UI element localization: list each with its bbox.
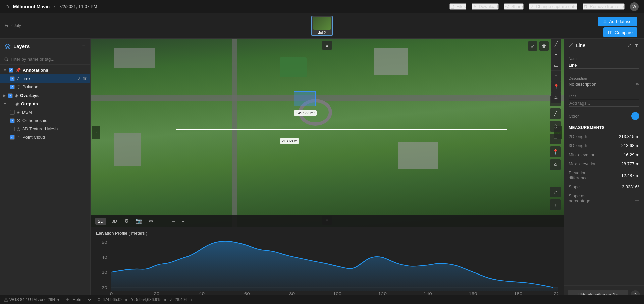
- description-edit-button[interactable]: ✏: [636, 82, 639, 87]
- 3d-textured-mesh-layer-item[interactable]: ◎ 3D Textured Mesh: [0, 125, 90, 133]
- maximize-elevation-button[interactable]: ⤢: [550, 187, 561, 197]
- line-draw-button[interactable]: ╱: [551, 39, 561, 49]
- building-4: [398, 142, 438, 169]
- polygon-tool-button[interactable]: ⬡: [550, 121, 561, 132]
- close-panel-button[interactable]: 🗑: [634, 42, 639, 48]
- remove-from-site-button[interactable]: Remove from site: [583, 3, 625, 10]
- download-icon: [472, 4, 477, 9]
- maximize-panel-button[interactable]: ⤢: [627, 42, 631, 48]
- timeline-card[interactable]: Jul 2: [311, 16, 333, 36]
- point-cloud-checkbox[interactable]: [10, 135, 15, 140]
- home-icon[interactable]: ⌂: [5, 3, 9, 10]
- outputs-label: Outputs: [21, 101, 38, 106]
- files-icon: [450, 4, 455, 9]
- tags-field-label: Tags: [569, 94, 639, 98]
- outputs-checkbox[interactable]: [9, 102, 13, 106]
- change-capture-date-button[interactable]: Change capture date: [529, 3, 577, 10]
- measurements-title: Measurements: [569, 125, 639, 130]
- view-2d-button[interactable]: 2D: [95, 218, 106, 225]
- 3d-mesh-checkbox[interactable]: [10, 127, 15, 131]
- description-row: No description ✏: [569, 82, 639, 88]
- remove-icon: [583, 4, 588, 9]
- elevation-panel: Elevation Profile ( meters ) 50 40 30 20…: [91, 227, 564, 304]
- point-cloud-label: Point Cloud: [22, 135, 87, 140]
- add-layer-button[interactable]: +: [82, 43, 86, 50]
- line-checkbox[interactable]: [10, 76, 15, 81]
- map-prev-button[interactable]: ‹: [92, 126, 100, 139]
- view-3d-button[interactable]: 3D: [109, 218, 120, 225]
- zoom-in-button[interactable]: +: [180, 217, 187, 225]
- share-button[interactable]: Share: [504, 3, 524, 10]
- eye-button[interactable]: 👁: [147, 217, 156, 225]
- annotations-group-header[interactable]: ▼ 📌 Annotations: [0, 66, 90, 74]
- building-1: [114, 48, 155, 68]
- compare-button[interactable]: Compare: [603, 27, 637, 37]
- freehand-button[interactable]: 〰: [551, 49, 561, 60]
- tags-field-group: Tags: [569, 94, 639, 107]
- unit-system-dropdown[interactable]: Metric Imperial: [71, 297, 92, 302]
- orthomosaic-checkbox[interactable]: [10, 118, 15, 123]
- point-cloud-icon: ⁘: [17, 135, 20, 140]
- pin-button[interactable]: 📍: [551, 81, 561, 92]
- orthomosaic-layer-item[interactable]: ✕ Orthomosaic: [0, 116, 90, 125]
- dsm-checkbox[interactable]: [10, 110, 15, 115]
- overlays-checkbox[interactable]: [8, 93, 13, 98]
- map-up-button[interactable]: ▲: [322, 41, 332, 50]
- rect-button[interactable]: ▭: [551, 60, 561, 71]
- dsm-layer-item[interactable]: ◈ DSM: [0, 108, 90, 116]
- files-button[interactable]: Files: [449, 3, 466, 10]
- search-input[interactable]: [11, 57, 86, 62]
- road-horizontal: [91, 95, 564, 101]
- timeline-date: Jul 2: [313, 31, 331, 35]
- elevation-chart: 50 40 30 20 0 20 40 60 80 100 120: [96, 238, 558, 299]
- map-expand-button[interactable]: ⤢: [528, 41, 537, 51]
- zoom-out-button[interactable]: −: [170, 217, 177, 225]
- avatar[interactable]: W: [630, 2, 639, 11]
- point-cloud-layer-item[interactable]: ⁘ Point Cloud: [0, 133, 90, 141]
- polygon-checkbox[interactable]: [10, 85, 15, 89]
- line-expand-button[interactable]: ⤢: [77, 76, 81, 81]
- svg-point-2: [508, 7, 509, 8]
- line-delete-button[interactable]: 🗑: [83, 76, 87, 81]
- expand-arrow-overlays: ▶: [3, 94, 6, 97]
- name-input[interactable]: [569, 62, 639, 69]
- add-dataset-button[interactable]: Add dataset: [598, 17, 637, 26]
- line-tool-button[interactable]: ╱: [550, 108, 561, 119]
- marker-tool-button[interactable]: 📍: [550, 146, 561, 157]
- list-button[interactable]: ≡: [551, 71, 561, 81]
- slope-percentage-checkbox[interactable]: [635, 196, 639, 201]
- polygon-layer-item[interactable]: ⬡ Polygon: [0, 83, 90, 91]
- compass-tool-button[interactable]: ✡: [550, 159, 561, 170]
- settings-button[interactable]: ⚙: [122, 217, 131, 225]
- 3d-mesh-label: 3D Textured Mesh: [22, 126, 87, 131]
- site-name[interactable]: Millmount Mavic: [13, 4, 50, 9]
- line-layer-item[interactable]: ╱ Line ⤢ 🗑: [0, 74, 90, 83]
- overlays-group-header[interactable]: ▶ ◈ Overlays: [0, 91, 90, 100]
- right-panel-header: Line ⤢ 🗑: [564, 39, 644, 52]
- fullscreen-button[interactable]: ⛶: [158, 217, 167, 225]
- unit-system-item: Metric Imperial: [66, 297, 92, 302]
- volume-tool-button[interactable]: ▭: [550, 134, 561, 144]
- z-coord: Z: 28.404 m: [170, 297, 192, 302]
- svg-rect-4: [610, 31, 612, 34]
- x-coord: X: 674,965.02 m: [98, 297, 127, 302]
- right-side-toolbar: ╱ 〰 ▭ ≡ 📍 ✡: [551, 39, 564, 103]
- outputs-group-header[interactable]: ▼ ◉ Outputs: [0, 100, 90, 108]
- download-button[interactable]: Download: [472, 3, 499, 10]
- overlays-label: Overlays: [20, 93, 39, 98]
- coordinate-system-item: WGS 84 / UTM zone 29N ▼: [4, 297, 60, 302]
- tags-input[interactable]: [569, 99, 639, 107]
- coord-system-expand-icon: ▼: [56, 297, 60, 302]
- map-delete-button[interactable]: 🗑: [539, 41, 549, 51]
- svg-text:30: 30: [102, 270, 107, 275]
- top-nav: ⌂ Millmount Mavic › 7/2/2021, 11:07 PM F…: [0, 0, 644, 13]
- map-container[interactable]: 149.533 m² 213.68 m ▲ ▼ ‹ › ↖ ╱ ⬡ ▭ 📍: [91, 39, 564, 227]
- export-elevation-button[interactable]: ↑: [550, 199, 561, 210]
- annotations-checkbox[interactable]: [9, 68, 13, 73]
- compass-button[interactable]: ✡: [551, 92, 561, 103]
- camera-button[interactable]: 📷: [133, 217, 144, 225]
- measurement-min-elevation: Min. elevation 16.29 m: [569, 152, 639, 157]
- line-annotation-visual: [176, 129, 507, 130]
- color-swatch[interactable]: [631, 112, 639, 120]
- building-3: [114, 133, 141, 166]
